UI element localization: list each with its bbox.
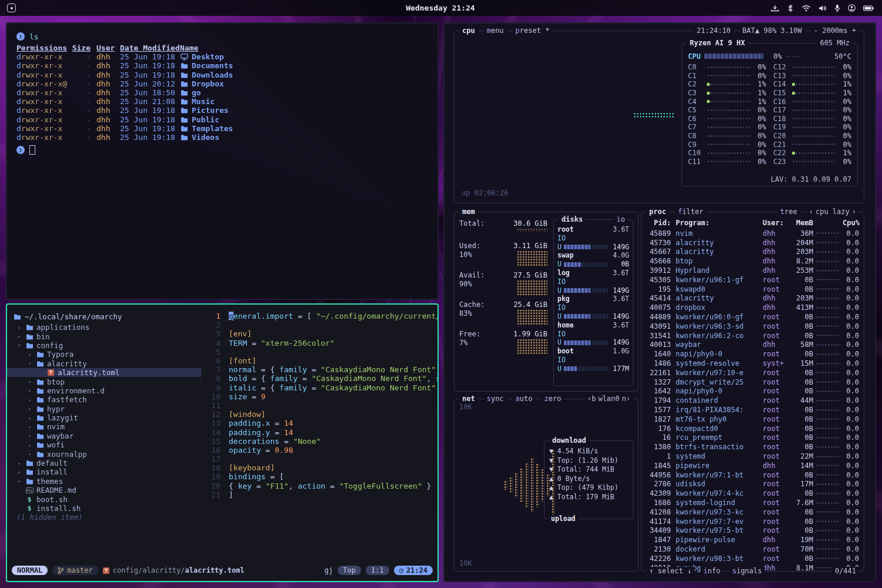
code-line[interactable]: 9 italic = { family = "CaskaydiaMono Ner… — [202, 383, 437, 392]
process-row[interactable]: 1642 napi/phy0-0 root 0B 0.0 — [646, 387, 859, 396]
tree-item[interactable]: ▸▾ $ hypr — [7, 405, 201, 413]
net-sync-toggle[interactable]: sync — [484, 395, 507, 403]
code-line[interactable]: 2 — [202, 320, 437, 329]
process-row[interactable]: 1794 containerd root 44M 0.0 — [646, 396, 859, 405]
code-line[interactable]: 16 opacity = 0.98 — [202, 446, 437, 455]
tree-item[interactable]: ▸▾ $ applications — [7, 323, 201, 332]
process-row[interactable]: 1686 systemd-logind root 7.6M 0.0 — [646, 498, 859, 507]
net-zero-toggle[interactable]: zero — [542, 395, 564, 403]
neovim-window[interactable]: ~/.local/share/omarchy ▸▾ $ applications… — [6, 303, 439, 582]
tree-item[interactable]: ▸▾ $ wofi — [7, 440, 201, 449]
process-row[interactable]: 31541 kworker/u96:2-co root 0B 0.0 — [646, 331, 859, 340]
process-row[interactable]: 45730 alacritty dhh 204M 0.0 — [646, 238, 859, 248]
tree-item[interactable]: ▸▾ $ config — [7, 341, 201, 350]
tree-item[interactable]: ▸▾ $ fastfetch — [7, 395, 201, 404]
disks-title[interactable]: disks — [559, 215, 586, 224]
tree-item[interactable]: ▸▾ $ Typora — [7, 350, 201, 359]
volume-icon[interactable] — [818, 5, 827, 12]
tree-root[interactable]: ~/.local/share/omarchy — [7, 312, 201, 321]
process-row[interactable]: 45414 alacritty dhh 203M 0.0 — [646, 294, 859, 303]
code-line[interactable]: 20 { key = "F11", action = "ToggleFullsc… — [202, 482, 437, 490]
code-line[interactable]: 19 bindings = [ — [202, 472, 437, 481]
select-hint[interactable]: ↑ select ↓ — [646, 567, 694, 576]
code-line[interactable]: 17 — [202, 455, 437, 463]
process-row[interactable]: 1845 pipewire dhh 14M 0.0 — [646, 461, 859, 470]
code-line[interactable]: 3 [env] — [202, 329, 437, 338]
process-row[interactable]: 1380 btrfs-transactio root 0B 0.0 — [646, 442, 859, 452]
tree-item[interactable]: ▸▾ $ environment.d — [7, 386, 201, 395]
battery-icon[interactable] — [863, 5, 874, 11]
process-row[interactable]: 1 systemd root 22M 0.0 — [646, 452, 859, 461]
process-row[interactable]: 44956 kworker/u97:1-bt root 0B 0.0 — [646, 470, 859, 480]
code-line[interactable]: 5 — [202, 348, 437, 356]
tree-item[interactable]: ▸▾ $ default — [7, 459, 201, 467]
mem-box-title[interactable]: mem — [459, 208, 478, 216]
process-row[interactable]: 1577 irq/81-PIXA3854: root 0B 0.0 — [646, 405, 859, 415]
process-row[interactable]: 45667 alacritty dhh 203M 0.0 — [646, 248, 859, 257]
tree-item[interactable]: ▸▾ $ nvim — [7, 422, 201, 431]
process-row[interactable]: 2130 dockerd root 70M 0.0 — [646, 544, 859, 554]
tree-item[interactable]: ▸▾ $ btop — [7, 377, 201, 386]
io-toggle[interactable]: io — [614, 215, 628, 224]
process-row[interactable]: 176 kcompactd0 root 0B 0.0 — [646, 424, 859, 433]
update-interval[interactable]: - 2000ms + — [811, 26, 859, 35]
tree-item[interactable]: ▸▾ $ install — [7, 467, 201, 476]
process-row[interactable]: 44889 kworker/u96:0-gf root 0B 0.0 — [646, 312, 859, 322]
tree-item[interactable]: ▸▾ $ install.sh — [7, 504, 201, 513]
wifi-icon[interactable] — [801, 5, 811, 12]
process-row[interactable]: 39912 Hyprland dhh 253M 0.0 — [646, 266, 859, 275]
signals-button[interactable]: signals — [729, 567, 765, 576]
code-line[interactable]: 18 [keyboard] — [202, 463, 437, 472]
process-row[interactable]: 45668 btop dhh 8.2M 0.0 — [646, 256, 859, 266]
tree-item[interactable]: ▸▾ $ README.md — [7, 486, 201, 495]
filter-button[interactable]: filter — [675, 208, 706, 216]
code-line[interactable]: 10 size = 9 — [202, 392, 437, 401]
menu-button[interactable]: menu — [484, 26, 507, 35]
tree-item[interactable]: ▸▾ $ boot.sh — [7, 495, 201, 503]
screencast-icon[interactable] — [771, 5, 779, 12]
process-row[interactable]: 2786 udisksd root 17M 0.0 — [646, 480, 859, 489]
microphone-icon[interactable] — [834, 4, 840, 12]
tree-item[interactable]: ▸▾ $ alacritty — [7, 359, 201, 368]
cpu-box-title[interactable]: cpu — [459, 26, 478, 35]
process-row[interactable]: 42226 kworker/u98:3-bt root 0B 0.0 — [646, 554, 859, 563]
process-row[interactable]: 1827 mt76-tx phy0 root 0B 0.0 — [646, 415, 859, 424]
code-line[interactable]: 4 TERM = "xterm-256color" — [202, 339, 437, 348]
tree-item[interactable]: ▸▾ $ waybar — [7, 432, 201, 440]
process-row[interactable]: 42309 kworker/u97:4-kc root 0B 0.0 — [646, 489, 859, 498]
code-line[interactable]: 1 general.import = [ "~/.config/omarchy/… — [202, 312, 437, 320]
info-button[interactable]: info — [700, 567, 723, 576]
process-row[interactable]: 41174 kworker/u97:7-ev root 0B 0.0 — [646, 517, 859, 526]
workspace-indicator[interactable] — [7, 4, 16, 12]
code-line[interactable]: 12 [window] — [202, 410, 437, 419]
terminal-window-ls[interactable]: ❯ ls Permissions Size User Date Modified… — [6, 22, 439, 300]
tree-item[interactable]: ▸▾ $ (1 hidden item) — [7, 513, 201, 522]
process-row[interactable]: 40075 dropbox dhh 413M 0.0 — [646, 303, 859, 312]
code-line[interactable]: 14 padding.y = 14 — [202, 427, 437, 436]
process-row[interactable]: 1486 systemd-resolve syst+ 15M 0.0 — [646, 359, 859, 368]
code-line[interactable]: 7 normal = { family = "CaskaydiaMono Ner… — [202, 365, 437, 374]
process-row[interactable]: 195 kswapd0 root 0B 0.0 — [646, 285, 859, 294]
code-line[interactable]: 15 decorations = "None" — [202, 437, 437, 446]
process-row[interactable]: 43091 kworker/u96:3-sd root 0B 0.0 — [646, 322, 859, 331]
process-row[interactable]: 16 rcu_preempt root 0B 0.0 — [646, 433, 859, 443]
net-box-title[interactable]: net — [459, 395, 478, 403]
code-line[interactable]: 6 [font] — [202, 356, 437, 365]
editor-panel[interactable]: 1 general.import = [ "~/.config/omarchy/… — [201, 305, 437, 561]
tree-item[interactable]: ▸▾ $ bin — [7, 332, 201, 340]
btop-window[interactable]: cpu menu preset * 21:24:10 BAT▲ 98% 3.10… — [443, 22, 876, 582]
process-row[interactable]: 1327 dmcrypt_write/25 root 0B 0.0 — [646, 377, 859, 387]
process-row[interactable]: 34409 kworker/u97:5-bt root 0B 0.0 — [646, 526, 859, 536]
code-line[interactable]: 8 bold = { family = "CaskaydiaMono Nerd … — [202, 374, 437, 383]
process-row[interactable]: 1640 napi/phy0-0 root 0B 0.0 — [646, 349, 859, 359]
process-row[interactable]: 1847 pipewire-pulse dhh 19M 0.0 — [646, 535, 859, 544]
sort-column[interactable]: ‹ cpu lazy › — [806, 208, 859, 216]
code-line[interactable]: 11 — [202, 401, 437, 410]
process-row[interactable]: 41208 kworker/u97:3-kc root 0B 0.0 — [646, 507, 859, 517]
process-row[interactable]: 45889 nvim dhh 36M 0.0 — [646, 229, 859, 238]
tree-item[interactable]: ▸▾ $ lazygit — [7, 413, 201, 422]
net-auto-toggle[interactable]: auto — [513, 395, 536, 403]
proc-box-title[interactable]: proc — [646, 208, 669, 216]
process-row[interactable]: 40013 waybar dhh 58M 0.0 — [646, 340, 859, 350]
tree-item[interactable]: ▸▾ $ themes — [7, 477, 201, 486]
